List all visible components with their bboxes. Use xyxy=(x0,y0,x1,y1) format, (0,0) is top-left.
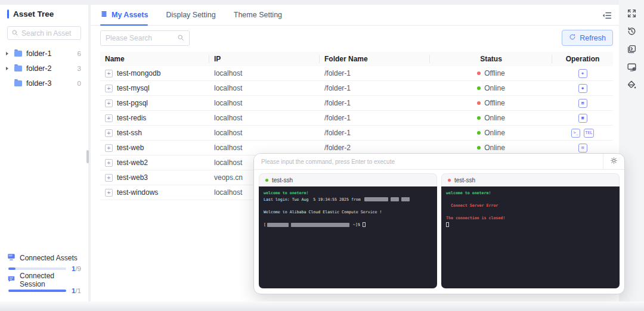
tab-theme-setting[interactable]: Theme Setting xyxy=(234,5,282,25)
status-text: Offline xyxy=(484,99,504,107)
terminal-line xyxy=(446,222,615,228)
asset-name: test-web3 xyxy=(117,173,148,182)
table-row[interactable]: +test-redislocalhost/folder-1Online▦ xyxy=(100,111,613,126)
tab-display-setting[interactable]: Display Setting xyxy=(166,5,215,25)
asset-name: test-mongodb xyxy=(117,69,160,77)
terminal-pane: test-sshwelcome to oneterm! Connect Serv… xyxy=(441,173,620,288)
refresh-button[interactable]: Refresh xyxy=(562,30,613,46)
table-search-box[interactable] xyxy=(100,30,190,46)
folder-icon xyxy=(14,51,22,57)
cell-name: +test-windows xyxy=(100,185,209,200)
stat-label: Connected Assets xyxy=(20,254,78,262)
asset-name: test-web2 xyxy=(117,158,148,167)
expand-row-icon[interactable]: + xyxy=(105,99,113,107)
cell-name: +test-mongodb xyxy=(100,66,209,80)
asset-name: test-redis xyxy=(117,114,146,122)
terminal-text: Last login: Tue Aug 5 19:34:55 2025 from xyxy=(264,197,363,202)
expand-row-icon[interactable]: + xyxy=(105,189,113,197)
terminal-window-icon[interactable] xyxy=(627,44,637,54)
cell-folder-name: /folder-1 xyxy=(320,126,430,140)
session-history-icon[interactable] xyxy=(627,26,637,36)
terminal-text: welcome to oneterm! xyxy=(264,191,308,195)
expand-caret-icon[interactable] xyxy=(6,67,12,70)
web-browser-icon[interactable]: ⊟ xyxy=(578,144,587,153)
fullscreen-icon[interactable] xyxy=(627,8,637,18)
redacted-text xyxy=(401,197,410,201)
gear-icon xyxy=(610,156,618,167)
status-text: Online xyxy=(484,114,505,122)
status-dot xyxy=(477,101,481,105)
asset-tree-sidebar: Asset Tree folder-16folder-23folder-30 C… xyxy=(0,5,88,301)
stat-label: Connected Session xyxy=(20,272,81,288)
progress-fill xyxy=(8,290,66,292)
terminal-text: welcome to oneterm! xyxy=(446,191,491,195)
command-input[interactable] xyxy=(254,154,603,169)
terminal-tab[interactable]: test-ssh xyxy=(259,173,437,186)
pgsql-connect-icon[interactable]: ▤ xyxy=(578,99,587,108)
folder-icon xyxy=(14,80,22,86)
menu-collapse-icon[interactable] xyxy=(602,11,612,20)
search-icon xyxy=(11,28,18,39)
mysql-connect-icon[interactable]: ◆ xyxy=(578,84,587,93)
terminal-line: Welcome to Alibaba Cloud Elastic Compute… xyxy=(264,209,432,216)
sidebar-resize-handle[interactable] xyxy=(86,150,89,163)
cell-ip: localhost xyxy=(209,81,320,95)
stat-total-value: /9 xyxy=(75,265,81,272)
progress-track xyxy=(8,268,66,270)
expand-row-icon[interactable]: + xyxy=(105,70,113,77)
terminal-tab[interactable]: test-ssh xyxy=(441,173,620,186)
redis-connect-icon[interactable]: ▦ xyxy=(578,114,587,123)
table-row[interactable]: +test-mysqllocalhost/folder-1Online◆ xyxy=(100,81,613,96)
terminal-pane: test-sshwelcome to oneterm!Last login: T… xyxy=(259,173,437,288)
display-settings-icon[interactable] xyxy=(627,62,637,72)
table-search-input[interactable] xyxy=(106,34,177,42)
asset-name: test-windows xyxy=(117,188,158,197)
folder-label: folder-2 xyxy=(26,64,78,73)
mongodb-connect-icon[interactable]: ◈ xyxy=(578,69,587,78)
cell-ip: localhost xyxy=(209,126,320,140)
asset-search-box[interactable] xyxy=(7,26,81,40)
table-row[interactable]: +test-sshlocalhost/folder-1Online>_TEL xyxy=(100,126,613,141)
asset-name: test-pgsql xyxy=(117,99,148,107)
expand-caret-icon[interactable] xyxy=(6,52,12,55)
ssh-terminal-icon[interactable]: >_ xyxy=(571,129,580,138)
terminal-output[interactable]: welcome to oneterm! Connect Server Error… xyxy=(441,186,620,288)
cell-name: +test-web3 xyxy=(100,170,209,185)
table-row[interactable]: +test-pgsqllocalhost/folder-1Offline▤ xyxy=(100,96,613,111)
cell-folder-name: /folder-1 xyxy=(320,66,430,80)
sidebar-folder-item[interactable]: folder-23 xyxy=(0,61,88,76)
progress-track xyxy=(8,290,66,292)
cell-status: Offline xyxy=(430,66,552,80)
refresh-icon xyxy=(569,33,580,42)
telnet-icon[interactable]: TEL xyxy=(584,129,594,138)
terminal-output[interactable]: welcome to oneterm!Last login: Tue Aug 5… xyxy=(259,186,437,288)
terminal-tab-label: test-ssh xyxy=(454,177,475,184)
sidebar-folder-item[interactable]: folder-16 xyxy=(0,46,88,61)
expand-row-icon[interactable]: + xyxy=(105,159,113,167)
cell-operation: >_TEL xyxy=(552,126,613,140)
folder-label: folder-3 xyxy=(26,79,78,88)
folder-icon xyxy=(14,66,22,71)
theme-paint-icon[interactable] xyxy=(627,80,637,90)
cell-folder-name: /folder-1 xyxy=(320,111,430,125)
tabs-container: My AssetsDisplay SettingTheme Setting xyxy=(100,5,300,25)
expand-row-icon[interactable]: + xyxy=(105,114,113,122)
asset-name: test-web xyxy=(117,144,144,152)
expand-row-icon[interactable]: + xyxy=(105,174,113,182)
expand-row-icon[interactable]: + xyxy=(105,144,113,152)
page-bottom-band xyxy=(0,301,644,311)
expand-row-icon[interactable]: + xyxy=(105,129,113,137)
expand-row-icon[interactable]: + xyxy=(105,85,113,92)
asset-search-input[interactable] xyxy=(21,29,77,38)
column-header-status: Status xyxy=(430,52,552,66)
table-row[interactable]: +test-mongodblocalhost/folder-1Offline◈ xyxy=(100,66,613,81)
sidebar-folder-item[interactable]: folder-30 xyxy=(0,76,88,91)
terminal-cursor xyxy=(363,222,366,227)
terminal-settings-button[interactable] xyxy=(603,154,624,169)
terminal-line: The connection is closed! xyxy=(446,215,615,222)
tab-my-assets[interactable]: My Assets xyxy=(100,5,148,25)
terminal-line xyxy=(446,209,615,216)
assets-stack-icon xyxy=(100,10,112,20)
cell-ip: localhost xyxy=(209,66,320,80)
folder-tree: folder-16folder-23folder-30 xyxy=(0,46,88,91)
